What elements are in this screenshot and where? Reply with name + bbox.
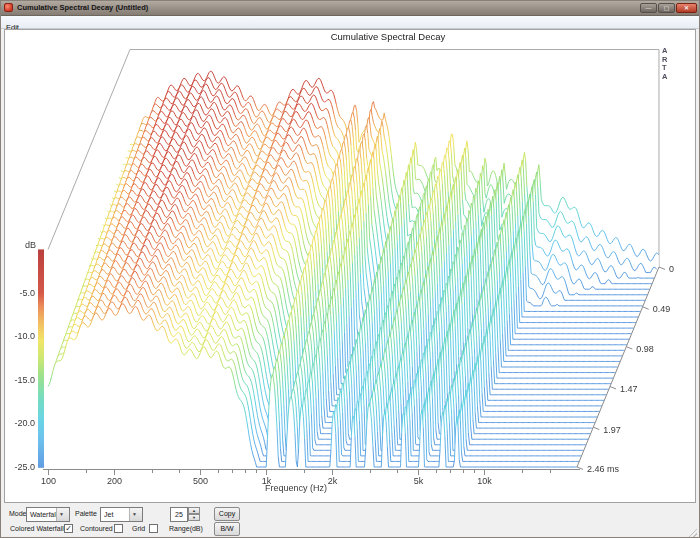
arta-watermark: ARTA xyxy=(662,47,671,81)
chevron-down-icon: ▼ xyxy=(56,508,69,521)
control-bar: Mode Waterfall ▼ Palette Jet ▼ 25 ▲ ▼ Co… xyxy=(1,503,699,538)
chevron-down-icon: ▼ xyxy=(129,508,142,521)
mode-select[interactable]: Waterfall ▼ xyxy=(26,507,70,522)
range-spinner-value[interactable]: 25 xyxy=(170,507,188,522)
minimize-button[interactable]: — xyxy=(640,3,657,13)
palette-value: Jet xyxy=(104,508,113,521)
app-window: Cumulative Spectral Decay (Untitled) — ▢… xyxy=(0,0,700,538)
title-bar: Cumulative Spectral Decay (Untitled) — ▢… xyxy=(1,1,699,16)
grid-checkbox[interactable] xyxy=(149,524,158,533)
mode-value: Waterfall xyxy=(30,508,57,521)
copy-button[interactable]: Copy xyxy=(214,507,240,521)
close-button[interactable]: ✕ xyxy=(676,3,697,13)
spinner-up-button[interactable]: ▲ xyxy=(188,507,200,514)
contoured-checkbox[interactable] xyxy=(114,524,123,533)
colored-waterfall-label: Colored Waterfall xyxy=(10,525,64,532)
bw-button[interactable]: B/W xyxy=(214,522,240,536)
palette-select[interactable]: Jet ▼ xyxy=(100,507,143,522)
palette-label: Palette xyxy=(75,510,97,517)
waterfall-plot-canvas xyxy=(5,30,695,502)
window-title: Cumulative Spectral Decay (Untitled) xyxy=(17,1,148,15)
window-controls: — ▢ ✕ xyxy=(640,3,697,13)
range-db-label: Range(dB) xyxy=(169,525,203,532)
resize-grip[interactable] xyxy=(686,526,697,537)
grid-label: Grid xyxy=(132,525,145,532)
mode-label: Mode xyxy=(9,510,27,517)
spinner-down-button[interactable]: ▼ xyxy=(188,514,200,521)
colored-waterfall-checkbox[interactable]: ✓ xyxy=(64,524,73,533)
contoured-label: Contoured xyxy=(80,525,113,532)
menu-bar: Edit xyxy=(1,16,699,29)
plot-panel: ARTA xyxy=(4,29,696,503)
maximize-button[interactable]: ▢ xyxy=(658,3,675,13)
app-icon xyxy=(4,3,13,12)
range-spinner: ▲ ▼ xyxy=(188,507,200,522)
